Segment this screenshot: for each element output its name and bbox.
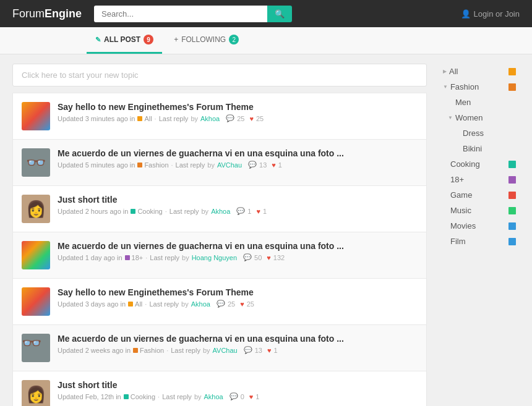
comment-icon: 💬	[244, 346, 252, 354]
search-input[interactable]	[94, 6, 267, 22]
sidebar-item-men[interactable]: Men	[439, 95, 520, 110]
category-tag[interactable]: Cooking	[131, 208, 162, 215]
comment-count: 25	[237, 115, 244, 122]
post-title[interactable]: Say hello to new Enginethemes's Forum Th…	[58, 102, 418, 112]
last-reply-user[interactable]: Akhoa	[211, 208, 230, 215]
comment-count: 25	[228, 300, 235, 308]
comment-count: 13	[259, 161, 267, 169]
comment-count: 50	[254, 254, 262, 261]
post-title[interactable]: Me acuerdo de un viernes de guacherna vi…	[58, 148, 418, 158]
post-body: Me acuerdo de un viernes de guacherna vi…	[58, 334, 418, 354]
comment-icon: 💬	[248, 161, 257, 169]
sidebar-item-movies[interactable]: Movies	[439, 218, 520, 234]
sidebar-label-music: Music	[450, 206, 508, 215]
comment-icon: 💬	[236, 207, 245, 215]
meta-time: Updated 3 days ago in	[58, 300, 126, 308]
meta-sep: ·	[155, 115, 157, 122]
post-item-5[interactable]: Say hello to new Enginethemes's Forum Th…	[12, 278, 427, 324]
last-reply-user[interactable]: Akhoa	[191, 300, 210, 308]
post-item-6[interactable]: 👓Me acuerdo de un viernes de guacherna v…	[12, 324, 427, 371]
sidebar-arrow: ▶	[443, 69, 447, 74]
like-count: 25	[247, 300, 254, 308]
meta-time: Updated 3 minutes ago in	[58, 115, 135, 122]
like-count: 25	[256, 115, 264, 122]
tab-all-post[interactable]: ✎ ALL POST 9	[87, 27, 162, 54]
like-count: 1	[263, 208, 267, 215]
category-label: All	[144, 115, 152, 122]
last-reply-label: Last reply	[171, 347, 200, 354]
post-item-4[interactable]: Me acuerdo de un viernes de guacherna vi…	[12, 232, 427, 278]
tab-following[interactable]: + FOLLOWING 2	[165, 27, 247, 54]
sidebar-label-women: Women	[455, 113, 516, 122]
last-reply-user[interactable]: Hoang Nguyen	[192, 254, 237, 261]
category-tag[interactable]: Fashion	[137, 161, 168, 169]
sidebar-item-women[interactable]: ▼Women	[439, 110, 520, 125]
meta-sep: ·	[166, 347, 168, 354]
login-join-label: Login or Join	[474, 9, 520, 19]
following-badge: 2	[229, 35, 239, 44]
sidebar-item-music[interactable]: Music	[439, 203, 520, 218]
meta-time: Updated Feb, 12th in	[58, 393, 121, 400]
sidebar-item-cooking[interactable]: Cooking	[439, 156, 520, 172]
last-reply-user[interactable]: AVChau	[217, 161, 242, 169]
comment-icon: 💬	[230, 392, 238, 400]
sidebar: ▶All▼FashionMen▼WomenDressBikiniCooking1…	[439, 64, 520, 406]
post-meta: Updated 2 hours ago in Cooking · Last re…	[58, 207, 418, 215]
meta-time: Updated 1 day ago in	[58, 254, 122, 261]
post-title[interactable]: Me acuerdo de un viernes de guacherna vi…	[58, 241, 418, 251]
category-tag[interactable]: 18+	[125, 254, 144, 261]
post-title[interactable]: Me acuerdo de un viernes de guacherna vi…	[58, 334, 418, 344]
content-area: Click here to start your new topic Say h…	[12, 64, 427, 406]
new-topic-bar[interactable]: Click here to start your new topic	[12, 64, 427, 87]
sidebar-color-cooking	[508, 161, 516, 168]
sidebar-item-18plus[interactable]: 18+	[439, 172, 520, 187]
like-icon: ♥	[240, 300, 244, 308]
last-reply-user[interactable]: AVChau	[213, 347, 238, 354]
avatar: 👓	[22, 148, 50, 177]
post-body: Me acuerdo de un viernes de guacherna vi…	[58, 241, 418, 261]
sidebar-item-game[interactable]: Game	[439, 187, 520, 203]
sidebar-label-cooking: Cooking	[450, 159, 508, 169]
post-title[interactable]: Say hello to new Enginethemes's Forum Th…	[58, 287, 418, 297]
post-body: Just short titleUpdated 2 hours ago in C…	[58, 195, 418, 215]
category-tag[interactable]: All	[128, 300, 142, 308]
category-label: 18+	[132, 254, 144, 261]
category-tag[interactable]: Fashion	[133, 347, 164, 354]
last-reply-user[interactable]: Akhoa	[204, 393, 223, 400]
sidebar-label-bikini: Bikini	[463, 144, 516, 153]
sidebar-item-fashion[interactable]: ▼Fashion	[439, 79, 520, 95]
sidebar-item-film[interactable]: Film	[439, 234, 520, 249]
following-icon: +	[174, 35, 178, 44]
sidebar-item-dress[interactable]: Dress	[439, 125, 520, 141]
login-join-button[interactable]: 👤 Login or Join	[461, 9, 520, 19]
sidebar-color-game	[508, 192, 516, 199]
sidebar-item-all[interactable]: ▶All	[439, 64, 520, 79]
post-meta: Updated 3 minutes ago in All · Last repl…	[58, 114, 418, 122]
sidebar-color-music	[508, 207, 516, 214]
sidebar-arrow: ▼	[443, 84, 448, 90]
main-layout: Click here to start your new topic Say h…	[0, 54, 532, 406]
comment-count: 0	[241, 393, 244, 400]
category-tag[interactable]: All	[137, 115, 152, 122]
post-title[interactable]: Just short title	[58, 380, 418, 390]
last-reply-label: Last reply	[162, 393, 192, 400]
category-tag[interactable]: Cooking	[124, 393, 155, 400]
search-button[interactable]: 🔍	[267, 6, 292, 22]
post-item-3[interactable]: 👩Just short titleUpdated 2 hours ago in …	[12, 185, 427, 232]
post-item-7[interactable]: 👩Just short titleUpdated Feb, 12th in Co…	[12, 371, 427, 406]
like-icon: ♥	[267, 254, 271, 261]
comment-icon: 💬	[217, 300, 225, 308]
post-title[interactable]: Just short title	[58, 195, 418, 205]
following-label: FOLLOWING	[181, 35, 226, 44]
like-count: 1	[274, 347, 278, 354]
like-icon: ♥	[249, 115, 254, 122]
sidebar-item-bikini[interactable]: Bikini	[439, 141, 520, 156]
last-reply-label: Last reply	[176, 161, 205, 169]
post-meta: Updated 1 day ago in 18+ · Last reply by…	[58, 253, 418, 261]
sidebar-label-all: All	[449, 67, 508, 76]
last-reply-user[interactable]: Akhoa	[200, 115, 220, 122]
post-item-2[interactable]: 👓Me acuerdo de un viernes de guacherna v…	[12, 139, 427, 185]
logo: ForumEngine	[12, 7, 82, 20]
post-item-1[interactable]: Say hello to new Enginethemes's Forum Th…	[12, 93, 427, 139]
last-reply-label: Last reply	[159, 115, 189, 122]
